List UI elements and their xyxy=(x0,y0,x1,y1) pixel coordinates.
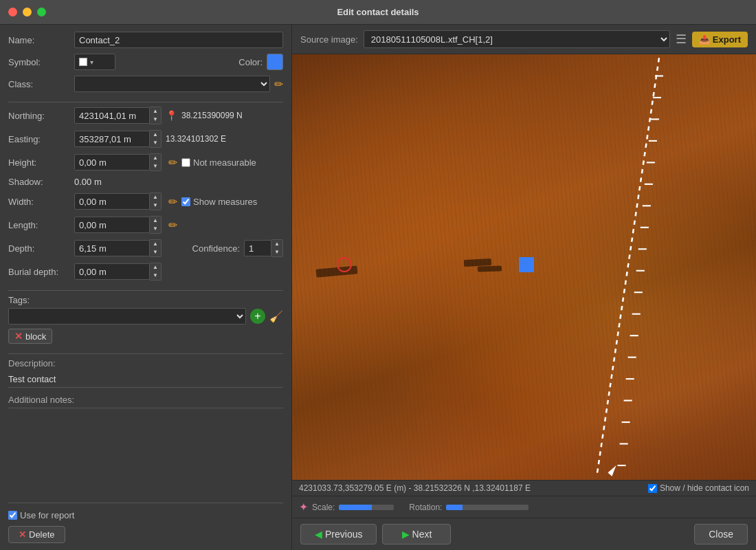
height-spinner: ▲ ▼ xyxy=(74,153,162,171)
close-window-button[interactable] xyxy=(8,8,17,16)
northing-down-button[interactable]: ▼ xyxy=(150,116,161,124)
add-tag-button[interactable]: + xyxy=(250,309,265,324)
confidence-spinner: ▲ ▼ xyxy=(244,239,283,257)
show-hide-label: Show / hide contact icon xyxy=(660,483,749,493)
width-edit-icon[interactable]: ✏ xyxy=(168,195,177,208)
tags-select[interactable] xyxy=(8,308,246,324)
additional-notes-label: Additional notes: xyxy=(8,395,283,408)
confidence-down-button[interactable]: ▼ xyxy=(271,248,282,256)
edit-class-icon[interactable]: ✏ xyxy=(274,78,283,91)
close-label: Close xyxy=(709,529,733,540)
name-input[interactable] xyxy=(74,32,283,48)
northing-input[interactable] xyxy=(74,107,150,124)
northing-spinner: ▲ ▼ xyxy=(74,107,162,124)
not-measurable-label: Not measurable xyxy=(193,157,256,168)
easting-down-button[interactable]: ▼ xyxy=(150,139,161,147)
height-up-button[interactable]: ▲ xyxy=(150,154,161,162)
delete-x-icon: ✕ xyxy=(19,529,26,540)
width-row: Width: ▲ ▼ ✏ Show measures xyxy=(8,192,283,210)
use-for-report-text: Use for report xyxy=(20,510,74,520)
width-down-button[interactable]: ▼ xyxy=(150,201,161,210)
name-row: Name: xyxy=(8,32,283,48)
length-down-button[interactable]: ▼ xyxy=(150,225,161,233)
northing-up-button[interactable]: ▲ xyxy=(150,107,161,116)
previous-arrow-icon: ◀ xyxy=(315,529,322,540)
delete-label: Delete xyxy=(29,529,55,540)
symbol-square-icon xyxy=(79,58,87,66)
height-edit-icon[interactable]: ✏ xyxy=(168,156,177,169)
window-controls[interactable] xyxy=(8,8,46,16)
show-measures-checkbox[interactable] xyxy=(181,197,190,206)
confidence-input[interactable] xyxy=(244,240,271,256)
use-for-report-row: Use for report xyxy=(8,510,283,520)
sonar-image-container[interactable] xyxy=(292,54,756,480)
depth-label: Depth: xyxy=(8,243,70,254)
confidence-up-button[interactable]: ▲ xyxy=(271,240,282,248)
contact-marker-red[interactable] xyxy=(337,257,352,272)
width-label: Width: xyxy=(8,197,70,207)
depth-input[interactable] xyxy=(74,240,150,256)
rotation-label: Rotation: xyxy=(409,503,442,512)
burial-depth-label: Burial depth: xyxy=(8,267,70,277)
scale-bar[interactable] xyxy=(339,505,394,510)
erase-icon[interactable]: 🧹 xyxy=(269,310,283,323)
pin-icon[interactable]: 📍 xyxy=(166,110,177,121)
list-icon[interactable]: ☰ xyxy=(676,32,687,47)
width-input[interactable] xyxy=(74,193,150,210)
class-select[interactable] xyxy=(74,76,270,92)
tag-block-label: block xyxy=(25,331,46,342)
length-row: Length: ▲ ▼ ✏ xyxy=(8,216,283,234)
not-measurable-checkbox[interactable] xyxy=(181,158,190,167)
color-swatch[interactable] xyxy=(267,54,283,70)
width-up-button[interactable]: ▲ xyxy=(150,193,161,201)
remove-tag-button[interactable]: ✕ xyxy=(14,331,23,342)
burial-depth-input[interactable] xyxy=(74,263,150,280)
burial-depth-spinner: ▲ ▼ xyxy=(74,263,162,280)
length-up-button[interactable]: ▲ xyxy=(150,217,161,225)
height-input[interactable] xyxy=(74,154,150,170)
show-measures-checkbox-label[interactable]: Show measures xyxy=(181,197,257,207)
shadow-label: Shadow: xyxy=(8,177,70,187)
main-layout: Name: Symbol: ▾ Color: Class: ✏ Northing… xyxy=(0,25,756,550)
delete-button[interactable]: ✕ Delete xyxy=(8,526,65,543)
maximize-button[interactable] xyxy=(37,8,46,16)
length-edit-icon[interactable]: ✏ xyxy=(168,219,177,232)
easting-input[interactable] xyxy=(74,131,150,147)
source-select[interactable]: 20180511105008L.xtf_CH[1,2] xyxy=(364,30,670,48)
next-button[interactable]: ▶ Next xyxy=(382,524,451,544)
description-label: Description: xyxy=(8,358,283,368)
burial-depth-down-button[interactable]: ▼ xyxy=(150,272,161,280)
export-label: Export xyxy=(713,34,741,45)
height-down-button[interactable]: ▼ xyxy=(150,162,161,170)
minimize-button[interactable] xyxy=(23,8,32,16)
length-input[interactable] xyxy=(74,217,150,233)
width-spinner-buttons: ▲ ▼ xyxy=(150,192,162,210)
coords-value: 4231033.73,353279.05 E (m) - 38.21532326… xyxy=(299,483,531,493)
depth-up-button[interactable]: ▲ xyxy=(150,240,161,248)
close-button[interactable]: Close xyxy=(694,524,748,544)
description-text: Test contact xyxy=(8,371,283,388)
depth-down-button[interactable]: ▼ xyxy=(150,248,161,256)
tag-block-chip: ✕ block xyxy=(8,329,52,344)
contact-marker-blue[interactable] xyxy=(519,257,534,272)
right-panel: Source image: 20180511105008L.xtf_CH[1,2… xyxy=(292,25,756,550)
show-hide-checkbox[interactable] xyxy=(648,484,657,493)
symbol-dropdown[interactable]: ▾ xyxy=(74,54,115,70)
use-for-report-checkbox[interactable] xyxy=(8,511,17,520)
description-section: Description: Test contact xyxy=(8,358,283,388)
class-row: Class: ✏ xyxy=(8,76,283,92)
class-label: Class: xyxy=(8,79,70,89)
confidence-label: Confidence: xyxy=(192,243,240,254)
burial-depth-up-button[interactable]: ▲ xyxy=(150,263,161,272)
not-measurable-checkbox-label[interactable]: Not measurable xyxy=(181,157,256,168)
show-measures-label: Show measures xyxy=(193,197,257,207)
previous-button[interactable]: ◀ Previous xyxy=(300,524,377,544)
export-icon: 📤 xyxy=(699,34,710,45)
right-header: Source image: 20180511105008L.xtf_CH[1,2… xyxy=(292,25,756,54)
depth-confidence-row: Depth: ▲ ▼ Confidence: ▲ ▼ xyxy=(8,239,283,257)
easting-up-button[interactable]: ▲ xyxy=(150,131,161,139)
use-for-report-label[interactable]: Use for report xyxy=(8,510,74,520)
nav-bar: ◀ Previous ▶ Next Close xyxy=(292,518,756,550)
rotation-bar[interactable] xyxy=(446,505,529,510)
export-button[interactable]: 📤 Export xyxy=(692,32,748,47)
